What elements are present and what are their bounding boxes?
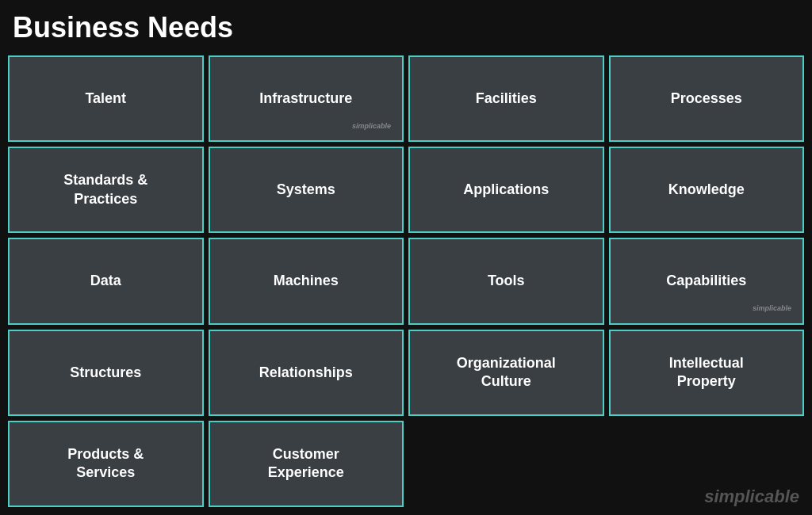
grid-item-systems[interactable]: Systems <box>209 147 404 233</box>
grid-item-tools[interactable]: Tools <box>408 238 604 324</box>
business-needs-grid: Talent Infrastructure simplicable Facili… <box>0 51 812 512</box>
grid-item-intellectual-property[interactable]: IntellectualProperty <box>609 330 805 416</box>
grid-item-customer-experience[interactable]: CustomerExperience <box>209 421 404 507</box>
grid-item-label: Talent <box>79 83 132 114</box>
grid-item-talent[interactable]: Talent <box>8 55 204 142</box>
page-title: Business Needs <box>0 0 812 51</box>
grid-item-relationships[interactable]: Relationships <box>209 330 404 416</box>
grid-item-products-services[interactable]: Products &Services <box>8 421 204 507</box>
grid-item-applications[interactable]: Applications <box>408 147 604 233</box>
grid-item-label: Relationships <box>253 357 359 388</box>
grid-item-label: Systems <box>270 174 342 205</box>
grid-item-label: IntellectualProperty <box>663 348 750 398</box>
grid-item-label: Structures <box>63 357 147 388</box>
grid-item-organizational-culture[interactable]: OrganizationalCulture <box>408 330 604 416</box>
grid-item-label: Applications <box>457 174 555 205</box>
grid-item-label: Tools <box>481 265 531 296</box>
grid-item-label: Processes <box>665 83 749 114</box>
grid-item-label: Products &Services <box>61 439 150 489</box>
grid-item-structures[interactable]: Structures <box>8 330 204 416</box>
grid-item-label: Data <box>84 265 128 296</box>
grid-item-empty-1 <box>408 421 604 507</box>
watermark: simplicable <box>746 298 798 320</box>
grid-item-label: Machines <box>267 265 345 296</box>
grid-item-processes[interactable]: Processes <box>609 55 805 142</box>
grid-item-label: Capabilities <box>660 265 753 296</box>
grid-item-label: Knowledge <box>662 174 751 205</box>
grid-item-label: Facilities <box>469 83 543 114</box>
watermark: simplicable <box>346 116 397 138</box>
grid-item-capabilities[interactable]: Capabilities simplicable <box>609 238 805 324</box>
grid-item-label: Standards &Practices <box>57 165 154 215</box>
grid-item-knowledge[interactable]: Knowledge <box>609 147 805 233</box>
grid-item-label: CustomerExperience <box>262 439 350 489</box>
grid-item-data[interactable]: Data <box>8 238 204 324</box>
brand-watermark: simplicable <box>704 486 799 507</box>
grid-item-label: OrganizationalCulture <box>450 348 562 398</box>
grid-item-label: Infrastructure <box>253 83 358 114</box>
grid-item-infrastructure[interactable]: Infrastructure simplicable <box>209 55 404 142</box>
grid-item-standards-practices[interactable]: Standards &Practices <box>8 147 204 233</box>
grid-item-facilities[interactable]: Facilities <box>408 55 604 142</box>
grid-item-machines[interactable]: Machines <box>209 238 404 324</box>
